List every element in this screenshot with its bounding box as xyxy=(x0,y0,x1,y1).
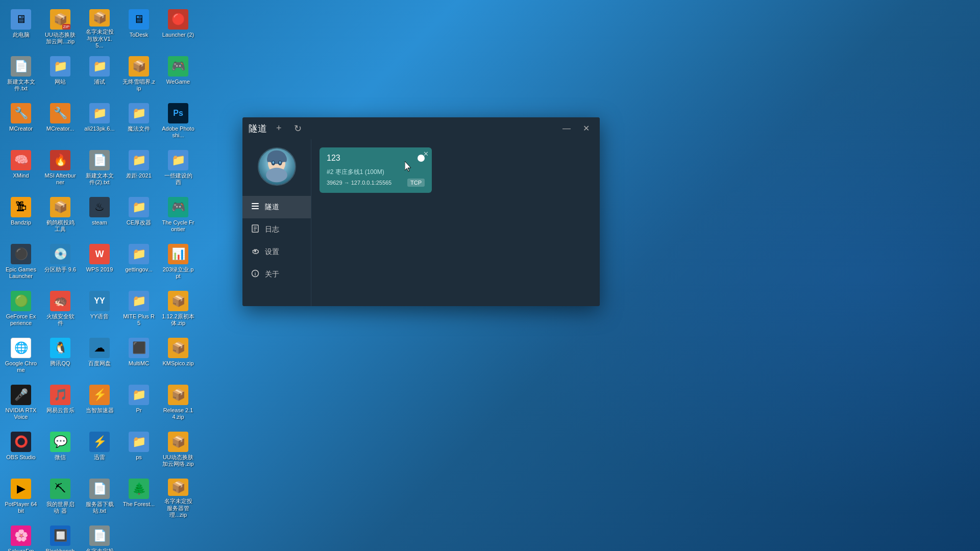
icon-shouyou[interactable]: 📦 鹤鸽棋投鸡工具 xyxy=(42,193,79,239)
icon-release[interactable]: 📦 Release 2.14.zip xyxy=(160,381,197,427)
icon-mingzi[interactable]: 📦 名字未定投与放水V1.5... xyxy=(81,5,118,51)
icon-pc[interactable]: 🖥 此电脑 xyxy=(3,5,39,51)
yijian-icon: 📁 xyxy=(168,150,188,170)
icon-newtxt2[interactable]: 📄 新建文本文件(2).txt xyxy=(81,146,118,192)
icon-mingzi3[interactable]: 📄 名字未定投更 新版V1... xyxy=(81,521,118,551)
icon-afterburner[interactable]: 🔥 MSI Afterburner xyxy=(42,146,79,192)
icon-photoshop[interactable]: Ps Adobe Photoshi... xyxy=(160,99,197,145)
icon-uu1[interactable]: 📦 UU动态换肤加云网...zip xyxy=(42,5,79,51)
fenjie-icon: 💿 xyxy=(50,244,70,264)
icon-uu2[interactable]: 📦 UU动态换肤 加云网络.zip xyxy=(160,428,197,473)
icon-yijian[interactable]: 📁 一些建设的西 xyxy=(160,146,197,192)
icon-nvidia[interactable]: 🟢 GeForce Experience xyxy=(3,287,39,333)
sidebar-settings-label: 设置 xyxy=(265,247,279,257)
nvidia-label: GeForce Experience xyxy=(5,313,37,327)
icon-trial[interactable]: 📁 浦试 xyxy=(81,52,118,98)
mcreator-label: MCreator xyxy=(9,126,33,132)
release-icon: 📦 xyxy=(168,385,188,405)
icon-xmind[interactable]: 🧠 XMind xyxy=(3,146,39,192)
icon-launcher[interactable]: 🔴 Launcher (2) xyxy=(160,5,197,51)
icon-365[interactable]: ⚡ 当智加速器 xyxy=(81,381,118,427)
steam-label: steam xyxy=(92,219,107,226)
tunnel-card[interactable]: ✕ 123 #2 枣庄多线1 (100M) 39629 → 127.0.0.1:… xyxy=(320,147,432,193)
icon-getting[interactable]: 📁 gettingov... xyxy=(120,240,157,286)
icon-baidu[interactable]: ☁ 百度网盘 xyxy=(81,334,118,380)
icon-newtxt[interactable]: 📄 新建文本文件.txt xyxy=(3,52,39,98)
icon-xunlei[interactable]: ⚡ 迅雷 xyxy=(81,428,118,473)
mcreator2-label: MCreator... xyxy=(46,126,74,132)
icon-pr[interactable]: 📁 Pr xyxy=(120,381,157,427)
icon-yy[interactable]: YY YY语音 xyxy=(81,287,118,333)
icon-multimc[interactable]: ⬛ MultiMC xyxy=(120,334,157,380)
minimize-button[interactable]: — xyxy=(558,122,575,135)
launcher-icon: 🔴 xyxy=(168,9,188,30)
icon-server[interactable]: 📄 服务器下载 站.txt xyxy=(81,474,118,520)
icon-ceshi[interactable]: 📁 差距·2021 xyxy=(120,146,157,192)
tunnel-card-close-button[interactable]: ✕ xyxy=(423,151,429,157)
icon-203[interactable]: 📊 203绿立业.ppt xyxy=(160,240,197,286)
sidebar-item-log[interactable]: 日志 xyxy=(242,218,311,241)
mingzi2-label: 名字未定投服务器管理...zip xyxy=(162,498,194,518)
miteplus-label: MITE Plus R5 xyxy=(122,313,155,327)
icon-miteplus[interactable]: 📁 MITE Plus R5 xyxy=(120,287,157,333)
avatar-container xyxy=(258,147,296,186)
add-tunnel-button[interactable]: + xyxy=(273,122,285,135)
sidebar-item-tunnel[interactable]: 隧道 xyxy=(242,196,311,218)
icon-obs[interactable]: ⭕ OBS Studio xyxy=(3,428,39,473)
baidu-label: 百度网盘 xyxy=(88,360,111,367)
icon-cycle[interactable]: 🎮 The Cycle Frontier xyxy=(160,193,197,239)
xmind-icon: 🧠 xyxy=(11,150,31,170)
icon-kmspico[interactable]: 📦 KMSpico.zip xyxy=(160,334,197,380)
icon-epic[interactable]: ⚫ Epic Games Launcher xyxy=(3,240,39,286)
wps-label: WPS 2019 xyxy=(86,266,113,273)
myworld-icon: ⛏ xyxy=(50,479,70,499)
icon-sakura[interactable]: 🌸 SakuraFrp 启动器 xyxy=(3,521,39,551)
sidebar-nav: 隧道 日志 设置 xyxy=(242,196,311,286)
icon-chrome[interactable]: 🌐 Google Chrome xyxy=(3,334,39,380)
bandzip-icon: 🗜 xyxy=(11,197,31,217)
icon-ps2[interactable]: 📁 ps xyxy=(120,428,157,473)
icon-qq[interactable]: 🐧 腾讯QQ xyxy=(42,334,79,380)
close-button[interactable]: ✕ xyxy=(579,121,594,135)
icon-forest[interactable]: 🌲 The Forest... xyxy=(120,474,157,520)
sidebar-item-about[interactable]: i 关于 xyxy=(242,263,311,286)
photoshop-icon: Ps xyxy=(168,103,188,123)
mingzi2-icon: 📦 xyxy=(168,479,188,496)
icon-weixin[interactable]: 💬 微信 xyxy=(42,428,79,473)
icon-bandzip[interactable]: 🗜 Bandzip xyxy=(3,193,39,239)
tunnel-route-text: 39629 → 127.0.0.1:25565 xyxy=(327,180,391,186)
icon-ce[interactable]: 📁 CE厚改器 xyxy=(120,193,157,239)
icon-myworld[interactable]: ⛏ 我的世界启动 器 xyxy=(42,474,79,520)
icon-todesk[interactable]: 🖥 ToDesk xyxy=(120,5,157,51)
newtxt2-icon: 📄 xyxy=(89,150,110,170)
icon-blockbench[interactable]: 🔲 Blockbench xyxy=(42,521,79,551)
xunlei-icon: ⚡ xyxy=(89,432,110,452)
window-titlebar: 隧道 + ↻ — ✕ xyxy=(242,117,600,139)
icon-163[interactable]: 🎵 网易云音乐 xyxy=(42,381,79,427)
icon-mianban[interactable]: 📁 魔法文件 xyxy=(120,99,157,145)
icon-fenjie[interactable]: 💿 分区助手 9.6 xyxy=(42,240,79,286)
weixin-icon: 💬 xyxy=(50,432,70,452)
epic-icon: ⚫ xyxy=(11,244,31,264)
icon-potplayer[interactable]: ▶ PotPlayer 64 bit xyxy=(3,474,39,520)
mingzi-icon: 📦 xyxy=(89,9,110,27)
mingzi3-label: 名字未定投更 新版V1... xyxy=(83,548,116,551)
refresh-button[interactable]: ↻ xyxy=(291,122,305,135)
icon-steam[interactable]: ♨ steam xyxy=(81,193,118,239)
icon-wang[interactable]: 📁 网站 xyxy=(42,52,79,98)
icon-wujin[interactable]: 📦 无终雪唱界.zip xyxy=(120,52,157,98)
icon-mcreator2[interactable]: 🔧 MCreator... xyxy=(42,99,79,145)
ceshi-icon: 📁 xyxy=(129,150,149,170)
mcreator-icon: 🔧 xyxy=(11,103,31,123)
icon-wegame[interactable]: 🎮 WeGame xyxy=(160,52,197,98)
svg-point-7 xyxy=(279,161,281,164)
icon-mcreator[interactable]: 🔧 MCreator xyxy=(3,99,39,145)
server-icon: 📄 xyxy=(89,479,110,499)
icon-nvidia-rtx[interactable]: 🎤 NVIDIA RTX Voice xyxy=(3,381,39,427)
icon-huohu[interactable]: 🦔 火绒安全软件 xyxy=(42,287,79,333)
icon-wps[interactable]: W WPS 2019 xyxy=(81,240,118,286)
icon-ali2[interactable]: 📁 ali213pk.6... xyxy=(81,99,118,145)
sidebar-item-settings[interactable]: 设置 xyxy=(242,241,311,263)
icon-mingzi2[interactable]: 📦 名字未定投服务器管理...zip xyxy=(160,474,197,520)
icon-1122[interactable]: 📦 1.12.2原初本 体.zip xyxy=(160,287,197,333)
